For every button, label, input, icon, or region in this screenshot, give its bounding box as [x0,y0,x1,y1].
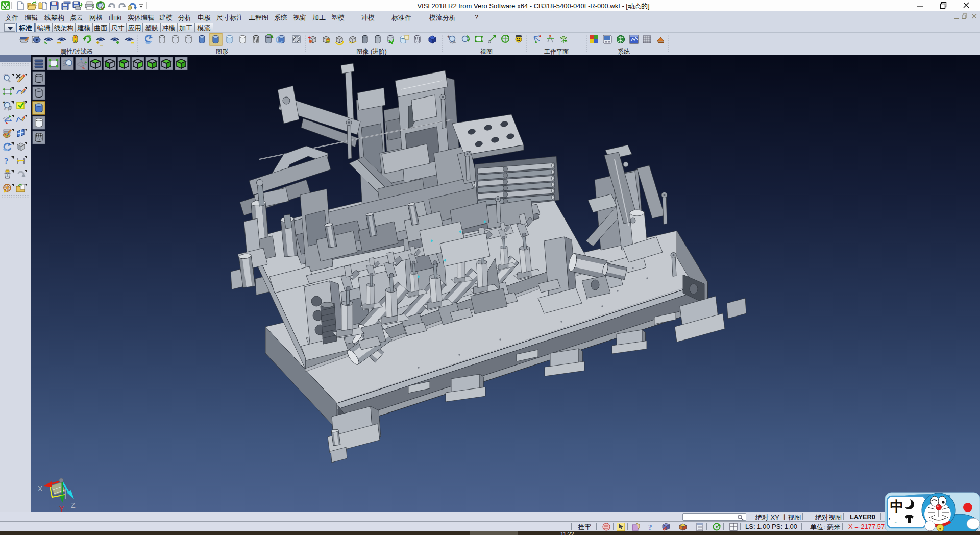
svg-text:X: X [38,484,43,493]
svg-text:Z: Z [71,501,76,509]
svg-text:中: 中 [890,499,904,514]
svg-text:?: ? [4,156,9,166]
svg-text:?: ? [648,523,652,531]
svg-text:,: , [888,512,890,520]
svg-text:。: 。 [894,517,901,524]
